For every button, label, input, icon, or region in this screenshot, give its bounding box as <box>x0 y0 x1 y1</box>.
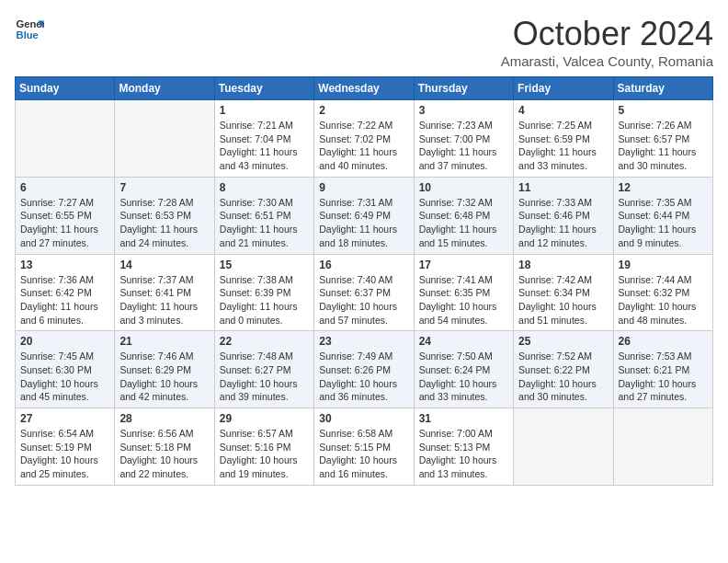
calendar-cell: 9Sunrise: 7:31 AM Sunset: 6:49 PM Daylig… <box>314 177 414 254</box>
calendar-cell: 20Sunrise: 7:45 AM Sunset: 6:30 PM Dayli… <box>16 331 115 408</box>
col-header-wednesday: Wednesday <box>314 77 414 100</box>
day-number: 3 <box>419 104 508 117</box>
day-number: 20 <box>20 335 109 348</box>
calendar-cell: 27Sunrise: 6:54 AM Sunset: 5:19 PM Dayli… <box>16 408 115 486</box>
day-number: 7 <box>119 181 209 194</box>
calendar-week-row: 20Sunrise: 7:45 AM Sunset: 6:30 PM Dayli… <box>16 331 713 408</box>
calendar-cell: 10Sunrise: 7:32 AM Sunset: 6:48 PM Dayli… <box>414 177 513 254</box>
day-info: Sunrise: 7:49 AM Sunset: 6:26 PM Dayligh… <box>319 350 408 404</box>
calendar-week-row: 27Sunrise: 6:54 AM Sunset: 5:19 PM Dayli… <box>16 408 713 486</box>
calendar-cell: 6Sunrise: 7:27 AM Sunset: 6:55 PM Daylig… <box>16 177 115 254</box>
day-info: Sunrise: 7:27 AM Sunset: 6:55 PM Dayligh… <box>20 196 109 250</box>
calendar-cell: 24Sunrise: 7:50 AM Sunset: 6:24 PM Dayli… <box>414 331 513 408</box>
page-header: General Blue October 2024 Amarasti, Valc… <box>15 15 713 69</box>
day-info: Sunrise: 7:45 AM Sunset: 6:30 PM Dayligh… <box>20 350 109 404</box>
day-number: 15 <box>220 259 309 271</box>
day-number: 10 <box>419 181 508 194</box>
col-header-friday: Friday <box>514 77 613 100</box>
day-number: 21 <box>119 335 209 348</box>
col-header-sunday: Sunday <box>16 77 115 100</box>
calendar-cell: 15Sunrise: 7:38 AM Sunset: 6:39 PM Dayli… <box>214 254 313 331</box>
month-title: October 2024 <box>501 15 713 53</box>
calendar-cell: 8Sunrise: 7:30 AM Sunset: 6:51 PM Daylig… <box>214 177 313 254</box>
day-number: 19 <box>619 259 708 271</box>
calendar-cell: 18Sunrise: 7:42 AM Sunset: 6:34 PM Dayli… <box>514 254 613 331</box>
day-number: 27 <box>20 412 109 425</box>
calendar-cell <box>613 408 712 486</box>
calendar-cell: 17Sunrise: 7:41 AM Sunset: 6:35 PM Dayli… <box>414 254 513 331</box>
day-info: Sunrise: 6:58 AM Sunset: 5:15 PM Dayligh… <box>319 427 408 481</box>
day-info: Sunrise: 7:26 AM Sunset: 6:57 PM Dayligh… <box>619 119 708 173</box>
day-info: Sunrise: 7:28 AM Sunset: 6:53 PM Dayligh… <box>119 196 209 250</box>
day-number: 13 <box>20 259 109 271</box>
calendar-week-row: 1Sunrise: 7:21 AM Sunset: 7:04 PM Daylig… <box>16 100 713 178</box>
day-number: 22 <box>220 335 309 348</box>
day-number: 30 <box>319 412 408 425</box>
day-number: 11 <box>518 181 608 194</box>
day-info: Sunrise: 7:46 AM Sunset: 6:29 PM Dayligh… <box>119 350 209 404</box>
day-info: Sunrise: 7:42 AM Sunset: 6:34 PM Dayligh… <box>518 273 608 327</box>
calendar-cell: 11Sunrise: 7:33 AM Sunset: 6:46 PM Dayli… <box>514 177 613 254</box>
day-info: Sunrise: 7:37 AM Sunset: 6:41 PM Dayligh… <box>119 273 209 327</box>
day-info: Sunrise: 7:33 AM Sunset: 6:46 PM Dayligh… <box>518 196 608 250</box>
calendar-cell: 26Sunrise: 7:53 AM Sunset: 6:21 PM Dayli… <box>613 331 712 408</box>
calendar-cell <box>514 408 613 486</box>
day-number: 26 <box>619 335 708 348</box>
day-number: 6 <box>20 181 109 194</box>
col-header-tuesday: Tuesday <box>214 77 313 100</box>
day-number: 5 <box>619 104 708 117</box>
day-number: 18 <box>518 259 608 271</box>
day-info: Sunrise: 7:50 AM Sunset: 6:24 PM Dayligh… <box>419 350 508 404</box>
col-header-monday: Monday <box>115 77 214 100</box>
calendar-week-row: 6Sunrise: 7:27 AM Sunset: 6:55 PM Daylig… <box>16 177 713 254</box>
logo-icon: General Blue <box>15 15 44 44</box>
calendar-cell: 1Sunrise: 7:21 AM Sunset: 7:04 PM Daylig… <box>214 100 313 178</box>
calendar-week-row: 13Sunrise: 7:36 AM Sunset: 6:42 PM Dayli… <box>16 254 713 331</box>
day-number: 29 <box>220 412 309 425</box>
calendar-table: SundayMondayTuesdayWednesdayThursdayFrid… <box>15 76 713 486</box>
day-info: Sunrise: 7:38 AM Sunset: 6:39 PM Dayligh… <box>220 273 309 327</box>
day-info: Sunrise: 7:31 AM Sunset: 6:49 PM Dayligh… <box>319 196 408 250</box>
calendar-cell: 12Sunrise: 7:35 AM Sunset: 6:44 PM Dayli… <box>613 177 712 254</box>
calendar-cell <box>115 100 214 178</box>
day-info: Sunrise: 7:44 AM Sunset: 6:32 PM Dayligh… <box>619 273 708 327</box>
day-number: 14 <box>119 259 209 271</box>
calendar-cell: 29Sunrise: 6:57 AM Sunset: 5:16 PM Dayli… <box>214 408 313 486</box>
calendar-cell: 4Sunrise: 7:25 AM Sunset: 6:59 PM Daylig… <box>514 100 613 178</box>
day-info: Sunrise: 7:40 AM Sunset: 6:37 PM Dayligh… <box>319 273 408 327</box>
day-number: 28 <box>119 412 209 425</box>
day-number: 12 <box>619 181 708 194</box>
day-info: Sunrise: 7:35 AM Sunset: 6:44 PM Dayligh… <box>619 196 708 250</box>
calendar-cell: 30Sunrise: 6:58 AM Sunset: 5:15 PM Dayli… <box>314 408 414 486</box>
day-info: Sunrise: 7:22 AM Sunset: 7:02 PM Dayligh… <box>319 119 408 173</box>
day-info: Sunrise: 7:21 AM Sunset: 7:04 PM Dayligh… <box>220 119 309 173</box>
calendar-cell: 5Sunrise: 7:26 AM Sunset: 6:57 PM Daylig… <box>613 100 712 178</box>
calendar-cell: 28Sunrise: 6:56 AM Sunset: 5:18 PM Dayli… <box>115 408 214 486</box>
day-info: Sunrise: 6:54 AM Sunset: 5:19 PM Dayligh… <box>20 427 109 481</box>
calendar-cell: 2Sunrise: 7:22 AM Sunset: 7:02 PM Daylig… <box>314 100 414 178</box>
day-number: 1 <box>220 104 309 117</box>
calendar-cell: 21Sunrise: 7:46 AM Sunset: 6:29 PM Dayli… <box>115 331 214 408</box>
day-number: 2 <box>319 104 408 117</box>
calendar-cell: 23Sunrise: 7:49 AM Sunset: 6:26 PM Dayli… <box>314 331 414 408</box>
day-info: Sunrise: 6:57 AM Sunset: 5:16 PM Dayligh… <box>220 427 309 481</box>
col-header-thursday: Thursday <box>414 77 513 100</box>
location-subtitle: Amarasti, Valcea County, Romania <box>501 53 713 69</box>
day-number: 4 <box>518 104 608 117</box>
calendar-cell: 14Sunrise: 7:37 AM Sunset: 6:41 PM Dayli… <box>115 254 214 331</box>
logo: General Blue <box>15 15 44 44</box>
day-info: Sunrise: 7:41 AM Sunset: 6:35 PM Dayligh… <box>419 273 508 327</box>
day-info: Sunrise: 7:53 AM Sunset: 6:21 PM Dayligh… <box>619 350 708 404</box>
calendar-cell <box>16 100 115 178</box>
calendar-cell: 7Sunrise: 7:28 AM Sunset: 6:53 PM Daylig… <box>115 177 214 254</box>
calendar-cell: 3Sunrise: 7:23 AM Sunset: 7:00 PM Daylig… <box>414 100 513 178</box>
col-header-saturday: Saturday <box>613 77 712 100</box>
day-number: 31 <box>419 412 508 425</box>
day-info: Sunrise: 7:30 AM Sunset: 6:51 PM Dayligh… <box>220 196 309 250</box>
day-info: Sunrise: 7:25 AM Sunset: 6:59 PM Dayligh… <box>518 119 608 173</box>
day-number: 8 <box>220 181 309 194</box>
day-number: 17 <box>419 259 508 271</box>
day-info: Sunrise: 7:52 AM Sunset: 6:22 PM Dayligh… <box>518 350 608 404</box>
day-info: Sunrise: 6:56 AM Sunset: 5:18 PM Dayligh… <box>119 427 209 481</box>
day-info: Sunrise: 7:36 AM Sunset: 6:42 PM Dayligh… <box>20 273 109 327</box>
